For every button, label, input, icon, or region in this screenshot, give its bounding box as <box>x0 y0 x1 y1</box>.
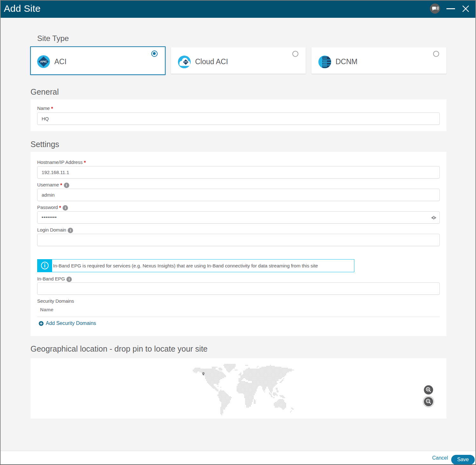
svg-text:APIC: APIC <box>184 61 188 63</box>
svg-text:APIC: APIC <box>40 60 47 63</box>
